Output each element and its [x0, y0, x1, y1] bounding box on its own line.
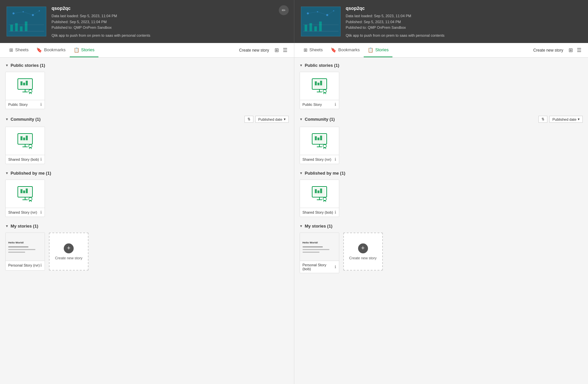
section-my-stories: ▼My stories (1) Hello World! Personal St… — [300, 224, 583, 273]
tabs-bar: ⊞Sheets🔖Bookmarks📋StoriesCreate new stor… — [0, 43, 294, 58]
section-title[interactable]: ▼Community (1) — [300, 117, 335, 122]
tab-sheets[interactable]: ⊞Sheets — [5, 43, 32, 57]
story-info-icon[interactable]: ℹ — [335, 102, 336, 107]
story-card-label: Public Storyℹ — [300, 100, 339, 109]
sort-icon-button[interactable]: ⇅ — [538, 116, 547, 123]
personal-thumb-line1 — [303, 246, 323, 247]
personal-thumb-line3 — [8, 252, 25, 253]
tab-bookmarks[interactable]: 🔖Bookmarks — [327, 43, 364, 57]
story-info-icon[interactable]: ℹ — [40, 102, 42, 107]
stories-tab-icon: 📋 — [368, 47, 373, 53]
story-presentation-icon — [15, 131, 35, 151]
section-community: ▼Community (1) ⇅ Published date ▾ Sha — [300, 116, 583, 164]
section-title-label: Published by me (1) — [11, 171, 51, 176]
story-card[interactable]: Shared Story (rvr)ℹ — [5, 180, 45, 217]
create-story-card-label: Create new story — [55, 256, 82, 260]
svg-rect-43 — [26, 136, 28, 140]
section-title[interactable]: ▼My stories (1) — [300, 224, 333, 229]
top-panel-right: qsop2qc Data last loaded: Sep 5, 2023, 1… — [294, 0, 588, 43]
story-card-thumbnail — [6, 72, 45, 100]
section-title[interactable]: ▼Public stories (1) — [300, 63, 340, 68]
personal-thumb-title: Hello World! — [8, 241, 24, 244]
svg-rect-87 — [320, 189, 322, 193]
story-card[interactable]: Public Storyℹ — [5, 72, 45, 109]
story-info-icon[interactable]: ℹ — [335, 265, 336, 269]
app-name: qsop2qc — [346, 5, 445, 12]
svg-rect-11 — [25, 21, 27, 31]
tab-sheets[interactable]: ⊞Sheets — [300, 43, 327, 57]
story-card[interactable]: Hello World! Personal Story (rvr)ℹ — [5, 233, 45, 271]
section-title[interactable]: ▼Community (1) — [5, 117, 41, 122]
story-card[interactable]: Shared Story (bob)ℹ — [300, 180, 339, 217]
section-title[interactable]: ▼Public stories (1) — [5, 63, 45, 68]
story-info-icon[interactable]: ℹ — [335, 210, 336, 215]
section-title-label: Community (1) — [11, 117, 41, 122]
story-info-icon[interactable]: ℹ — [40, 210, 42, 215]
edit-button[interactable]: ✏ — [279, 5, 289, 15]
tab-stories[interactable]: 📋Stories — [364, 43, 392, 57]
svg-rect-42 — [23, 138, 25, 140]
story-label-text: Shared Story (rvr) — [303, 157, 331, 161]
app-thumbnail — [7, 7, 46, 36]
sort-icon-button[interactable]: ⇅ — [244, 116, 253, 123]
svg-rect-32 — [26, 81, 28, 85]
stories-grid: Shared Story (bob)ℹ — [300, 180, 583, 217]
story-label-text: Shared Story (bob) — [303, 210, 333, 214]
svg-rect-10 — [20, 26, 22, 31]
section-header: ▼My stories (1) — [5, 224, 289, 229]
story-card-thumbnail: Hello World! — [6, 233, 45, 261]
sort-date-button[interactable]: Published date ▾ — [255, 116, 289, 123]
section-header: ▼My stories (1) — [300, 224, 583, 229]
grid-view-button[interactable]: ⊞ — [567, 46, 574, 54]
tab-bookmarks[interactable]: 🔖Bookmarks — [32, 43, 69, 57]
story-card[interactable]: Shared Story (bob)ℹ — [5, 127, 45, 164]
list-view-button[interactable]: ☰ — [575, 46, 583, 54]
story-card-thumbnail — [6, 127, 45, 155]
section-header: ▼Community (1) ⇅ Published date ▾ — [5, 116, 289, 123]
story-info-icon[interactable]: ℹ — [335, 157, 336, 162]
svg-rect-25 — [319, 21, 322, 31]
chevron-down-icon: ▼ — [300, 117, 303, 121]
sheets-tab-icon: ⊞ — [304, 47, 308, 53]
sheets-tab-icon: ⊞ — [9, 47, 13, 53]
create-story-button[interactable]: Create new story — [239, 48, 269, 53]
create-story-plus-icon: + — [358, 243, 368, 253]
story-card-label: Personal Story (bob)ℹ — [300, 261, 339, 273]
tab-stories[interactable]: 📋Stories — [70, 43, 98, 57]
grid-view-button[interactable]: ⊞ — [273, 46, 280, 54]
story-card-thumbnail — [300, 127, 339, 155]
app-name: qsop2qc — [52, 5, 150, 12]
main-area: ⊞Sheets🔖Bookmarks📋StoriesCreate new stor… — [0, 43, 588, 384]
section-title-label: Published by me (1) — [305, 171, 345, 176]
view-toggle: ⊞ ☰ — [567, 46, 583, 54]
section-title-label: Community (1) — [305, 117, 335, 122]
section-title[interactable]: ▼Published by me (1) — [300, 171, 346, 176]
section-title[interactable]: ▼My stories (1) — [5, 224, 38, 229]
create-story-card[interactable]: + Create new story — [49, 233, 89, 271]
section-title-label: Public stories (1) — [305, 63, 339, 68]
stories-tab-label: Stories — [375, 47, 388, 52]
app-published: Published: Sep 5, 2023, 11:04 PM — [346, 19, 445, 25]
section-title[interactable]: ▼Published by me (1) — [5, 171, 51, 176]
section-header: ▼Published by me (1) — [5, 171, 289, 176]
create-story-button[interactable]: Create new story — [533, 48, 563, 53]
list-view-button[interactable]: ☰ — [281, 46, 289, 54]
svg-rect-54 — [26, 189, 28, 193]
sort-date-button[interactable]: Published date ▾ — [549, 116, 583, 123]
create-story-card[interactable]: + Create new story — [343, 233, 383, 271]
stories-grid: Hello World! Personal Story (rvr)ℹ + Cre… — [5, 233, 289, 271]
story-label-text: Shared Story (bob) — [8, 157, 39, 161]
story-card[interactable]: Shared Story (rvr)ℹ — [300, 127, 339, 164]
stories-grid: Public Storyℹ — [300, 72, 583, 109]
story-card[interactable]: Public Storyℹ — [300, 72, 339, 109]
svg-rect-85 — [315, 189, 317, 193]
content-area: ▼Public stories (1) Public Storyℹ▼Commun… — [0, 58, 294, 384]
svg-rect-76 — [320, 136, 322, 140]
story-card-label: Shared Story (bob)ℹ — [300, 208, 339, 217]
section-header: ▼Community (1) ⇅ Published date ▾ — [300, 116, 583, 123]
story-info-icon[interactable]: ℹ — [40, 157, 42, 162]
app-description: Qlik app to push from on prem to saas wi… — [52, 33, 150, 39]
story-info-icon[interactable]: ℹ — [40, 263, 42, 268]
bookmarks-tab-icon: 🔖 — [331, 47, 336, 53]
story-card[interactable]: Hello World! Personal Story (bob)ℹ — [300, 233, 339, 273]
